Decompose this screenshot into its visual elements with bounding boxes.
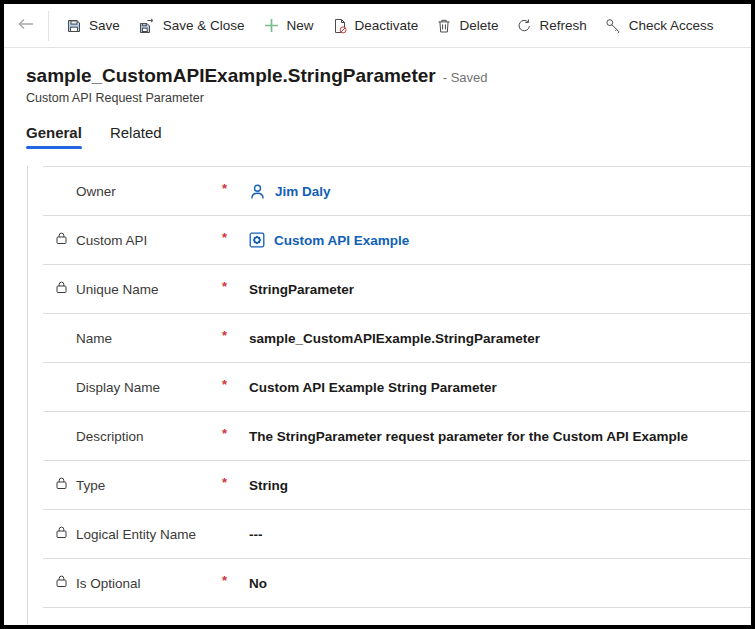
field-label: Name — [76, 331, 222, 346]
field-label: Custom API — [76, 233, 222, 248]
required-asterisk: * — [222, 230, 249, 245]
toolbar-button-label: Save & Close — [163, 18, 245, 33]
field-row-custom-api: Custom API * Custom API Example — [43, 216, 751, 265]
save-button[interactable]: Save — [66, 18, 120, 34]
new-plus-icon — [263, 17, 280, 34]
toolbar-button-label: New — [287, 18, 314, 33]
field-value[interactable]: --- — [249, 527, 263, 542]
field-value[interactable]: StringParameter — [249, 282, 354, 297]
form-tabs: General Related — [4, 124, 751, 149]
check-access-key-icon — [605, 18, 622, 34]
required-asterisk: * — [222, 426, 249, 441]
back-button[interactable] — [4, 16, 48, 36]
required-asterisk: * — [222, 328, 249, 343]
field-label: Is Optional — [76, 576, 222, 591]
page-title: sample_CustomAPIExample.StringParameter — [26, 64, 436, 87]
field-value[interactable]: sample_CustomAPIExample.StringParameter — [249, 331, 540, 346]
field-row-name: Name * sample_CustomAPIExample.StringPar… — [43, 314, 751, 363]
toolbar-button-label: Check Access — [629, 18, 714, 33]
field-row-unique-name: Unique Name * StringParameter — [43, 265, 751, 314]
field-value[interactable]: No — [249, 576, 267, 591]
general-form-section: Owner * Jim Daly Custom API — [27, 166, 751, 625]
field-label: Type — [76, 478, 222, 493]
lock-icon — [55, 525, 68, 543]
field-label: Description — [76, 429, 222, 444]
save-and-close-icon — [138, 18, 156, 34]
delete-button[interactable]: Delete — [436, 18, 498, 34]
field-row-is-optional: Is Optional * No — [43, 559, 751, 608]
field-value[interactable]: String — [249, 478, 288, 493]
save-icon — [66, 18, 82, 34]
field-row-owner: Owner * Jim Daly — [43, 167, 751, 216]
field-row-display-name: Display Name * Custom API Example String… — [43, 363, 751, 412]
command-bar: Save Save & Close New — [4, 4, 751, 48]
tab-general[interactable]: General — [26, 124, 82, 149]
refresh-button[interactable]: Refresh — [516, 18, 586, 34]
field-label: Logical Entity Name — [76, 527, 222, 542]
custom-api-icon — [249, 232, 265, 248]
toolbar-button-label: Save — [89, 18, 120, 33]
field-row-description: Description * The StringParameter reques… — [43, 412, 751, 461]
custom-api-link[interactable]: Custom API Example — [274, 233, 409, 248]
delete-trash-icon — [436, 18, 452, 34]
back-arrow-icon — [16, 16, 36, 36]
check-access-button[interactable]: Check Access — [605, 18, 714, 34]
app-window: Save Save & Close New — [0, 0, 755, 629]
required-asterisk: * — [222, 181, 249, 196]
field-row-logical-entity-name: Logical Entity Name * --- — [43, 510, 751, 559]
save-status: - Saved — [443, 70, 488, 85]
deactivate-button[interactable]: Deactivate — [332, 18, 419, 34]
field-value[interactable]: The StringParameter request parameter fo… — [249, 429, 688, 444]
deactivate-icon — [332, 18, 348, 34]
required-asterisk: * — [222, 377, 249, 392]
toolbar-divider — [48, 11, 49, 41]
owner-link[interactable]: Jim Daly — [275, 184, 331, 199]
lock-icon — [55, 476, 68, 494]
record-header: sample_CustomAPIExample.StringParameter … — [4, 48, 751, 106]
toolbar-button-label: Refresh — [539, 18, 586, 33]
entity-type-subtitle: Custom API Request Parameter — [26, 91, 751, 106]
refresh-icon — [516, 18, 532, 34]
toolbar-button-label: Delete — [459, 18, 498, 33]
toolbar-button-label: Deactivate — [355, 18, 419, 33]
field-label: Owner — [76, 184, 222, 199]
required-asterisk: * — [222, 475, 249, 490]
save-and-close-button[interactable]: Save & Close — [138, 18, 245, 34]
field-label: Unique Name — [76, 282, 222, 297]
required-asterisk: * — [222, 573, 249, 588]
field-label: Display Name — [76, 380, 222, 395]
person-icon — [249, 183, 266, 200]
new-button[interactable]: New — [263, 17, 314, 34]
required-asterisk: * — [222, 279, 249, 294]
field-value[interactable]: Custom API Example String Parameter — [249, 380, 497, 395]
lock-icon — [55, 574, 68, 592]
lock-icon — [55, 231, 68, 249]
tab-related[interactable]: Related — [110, 124, 162, 149]
lock-icon — [55, 280, 68, 298]
field-row-type: Type * String — [43, 461, 751, 510]
